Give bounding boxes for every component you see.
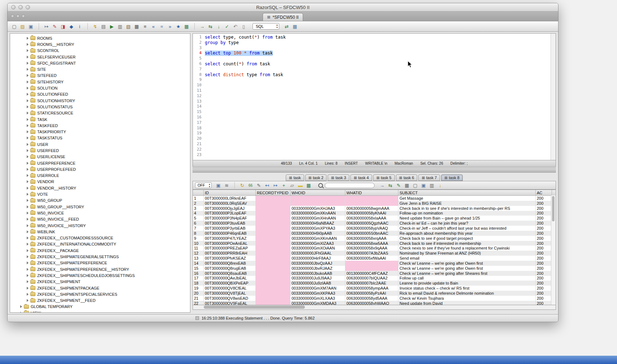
tree-item-w50-group-history[interactable]: W50_GROUP__HISTORY [10, 204, 190, 210]
list-icon[interactable]: ≡ [141, 23, 149, 30]
cell-whoid[interactable]: 0033000000JbukoAAB [290, 271, 345, 276]
cell-id[interactable]: 00T3000000P47LYEAZ [204, 236, 256, 241]
cell-whatid[interactable] [345, 196, 398, 201]
cell-id[interactable]: 00T3000000PRR8rEAH [204, 251, 256, 256]
column-header-id[interactable]: ID [204, 190, 256, 195]
export-grid-icon[interactable]: ▦ [305, 182, 312, 189]
cell-ac[interactable]: 200 [536, 251, 552, 256]
cell-recordtypeid[interactable] [256, 201, 290, 206]
tree-item-solutionhistory[interactable]: SOLUTIONHISTORY [10, 98, 190, 104]
row-number-cell[interactable]: 10 [193, 241, 204, 246]
sql-mode-select[interactable]: SQL ▲▼ [253, 23, 279, 30]
cell-subject[interactable]: Leanne to provide update to Bain [398, 281, 536, 286]
run-icon[interactable]: ▶ [108, 23, 116, 30]
cell-ac[interactable]: 200 [536, 236, 552, 241]
cell-recordtypeid[interactable] [256, 256, 290, 261]
cell-subject[interactable]: Check-in w/ Ed – can he join this year? [398, 221, 536, 226]
cell-whatid[interactable]: 006300000058xw5AAA [345, 241, 398, 246]
cell-ac[interactable]: 200 [536, 226, 552, 231]
cell-recordtypeid[interactable] [256, 266, 290, 271]
cell-whoid[interactable]: 0033000000GmXM7AAN [290, 286, 345, 291]
disclosure-triangle-icon[interactable] [27, 280, 29, 283]
cell-id[interactable]: 00T3000000QV8CfEAL [204, 286, 256, 291]
disclosure-triangle-icon[interactable] [27, 155, 29, 158]
cell-id[interactable]: 00T3000000Q8rexEAB [204, 261, 256, 266]
new-file-icon[interactable]: ▢ [10, 23, 18, 30]
copy-icon[interactable]: ▱ [288, 182, 296, 189]
tab-close-icon[interactable]: ⊠ [354, 176, 357, 180]
disclosure-triangle-icon[interactable] [27, 224, 29, 227]
disclosure-triangle-icon[interactable] [27, 243, 29, 246]
disclosure-triangle-icon[interactable] [27, 68, 29, 71]
pages-icon[interactable]: ▥ [116, 23, 124, 30]
row-number-cell[interactable]: 15 [193, 266, 204, 271]
column-header-recordtypeid[interactable]: RECORDTYPEID [256, 190, 290, 195]
cell-id[interactable]: 00T3000000QV9FaEAL [204, 301, 256, 305]
cell-id[interactable]: 00T3000000P3tuvEAB [204, 221, 256, 226]
tree-item-rooms[interactable]: ROOMS [10, 35, 190, 41]
horizontal-scrollbar-thumb[interactable] [204, 306, 305, 309]
tree-item-w50-invoice-feed[interactable]: W50_INVOICE__FEED [10, 216, 190, 222]
row-number-cell[interactable]: 11 [193, 246, 204, 251]
cell-ac[interactable]: 200 [536, 246, 552, 251]
cell-ac[interactable]: 200 [536, 276, 552, 281]
format-left-icon[interactable]: « [150, 23, 157, 30]
fetch-icon[interactable]: ↓ [215, 23, 223, 30]
row-number-cell[interactable]: 19 [193, 286, 204, 291]
disclosure-triangle-icon[interactable] [27, 124, 29, 127]
row-number-cell[interactable]: 4 [193, 211, 204, 216]
disclosure-triangle-icon[interactable] [27, 174, 29, 177]
info-icon[interactable]: i [76, 23, 83, 30]
tree-item-user[interactable]: USER [10, 141, 190, 147]
disclosure-triangle-icon[interactable] [27, 205, 29, 208]
results-vertical-scrollbar[interactable] [551, 195, 556, 305]
cell-ac[interactable]: 200 [536, 216, 552, 221]
cell-id[interactable]: 00T3000000QAeJbEAL [204, 276, 256, 281]
cell-ac[interactable]: 200 [536, 296, 552, 301]
row-number-cell[interactable]: 2 [193, 201, 204, 206]
tree-item-rooms-history[interactable]: ROOMS__HISTORY [10, 41, 190, 47]
disclosure-triangle-icon[interactable] [27, 268, 29, 271]
tab-close-icon[interactable]: ⊠ [267, 15, 270, 20]
cell-whoid[interactable]: 0033000000JFhGlAAL [290, 251, 345, 256]
cell-whatid[interactable]: 006300000058ympAAA [345, 286, 398, 291]
disclosure-triangle-icon[interactable] [27, 212, 29, 214]
cell-recordtypeid[interactable] [256, 276, 290, 281]
tree-item-userprofilefeed[interactable]: USERPROFILEFEED [10, 166, 190, 172]
row-number-cell[interactable]: 1 [193, 196, 204, 201]
disclosure-triangle-icon[interactable] [27, 162, 29, 165]
tree-item-sitehistory[interactable]: SITEHISTORY [10, 79, 190, 85]
tree-item-solution[interactable]: SOLUTION [10, 85, 190, 91]
cell-recordtypeid[interactable] [256, 206, 290, 211]
minimize-button[interactable] [18, 5, 23, 9]
disclosure-triangle-icon[interactable] [27, 299, 29, 302]
undo-icon[interactable]: ↶ [232, 23, 239, 30]
cell-subject[interactable]: Invoice status check – check w/ RS first [398, 286, 536, 291]
cell-ac[interactable]: 200 [536, 211, 552, 216]
tree-item-zkfedex-customaddresssource[interactable]: ZKFEDEX__CUSTOMADDRESSSOURCE [10, 235, 190, 241]
tools-icon[interactable]: ◆ [68, 23, 75, 30]
format-right-icon[interactable]: » [166, 23, 174, 30]
tree-item-userrole[interactable]: USERROLE [10, 173, 190, 179]
cell-subject[interactable]: Give Jenn a BIG RAISE [398, 201, 536, 206]
cell-id[interactable]: 00T3000000PfvKSEAZ [204, 256, 256, 261]
cell-whatid[interactable]: 006300000058xrqAAA [345, 236, 398, 241]
tree-item-taskfeed[interactable]: TASKFEED [10, 122, 190, 129]
forward-icon[interactable]: → [198, 23, 206, 30]
cell-recordtypeid[interactable] [256, 241, 290, 246]
file-icon[interactable]: ▢ [411, 182, 419, 189]
refresh-icon[interactable]: ↻ [238, 182, 246, 189]
cell-whoid[interactable]: 0033000000HirF8AAJ [290, 256, 345, 261]
cell-ac[interactable]: 200 [536, 256, 552, 261]
cell-id[interactable]: 00T3000000L0RknEAF [204, 196, 256, 201]
result-tab-task-2[interactable]: ⊠task 2 [305, 174, 327, 181]
cell-ac[interactable]: 200 [536, 271, 552, 276]
cell-id[interactable]: 00T3000000QV8TjEAL [204, 291, 256, 296]
cell-ac[interactable]: 200 [536, 231, 552, 236]
save-results-icon[interactable]: ▣ [215, 182, 222, 189]
results-search-input[interactable] [325, 183, 375, 188]
cell-recordtypeid[interactable] [256, 196, 290, 201]
document-tab[interactable]: ⊠ *SFDCW50 II [263, 13, 303, 21]
cell-subject[interactable]: Check w/ Leanne – we're going after Owen… [398, 261, 536, 266]
cell-recordtypeid[interactable] [256, 301, 290, 305]
